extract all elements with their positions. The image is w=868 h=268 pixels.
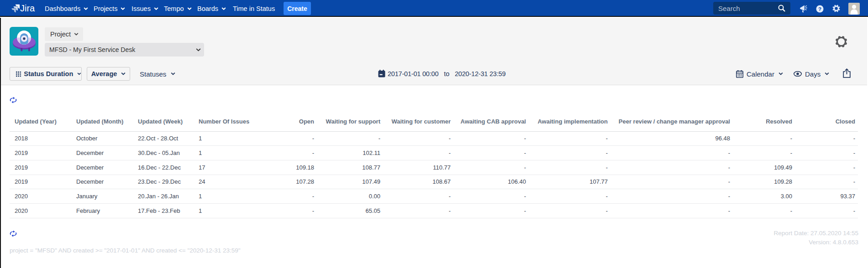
svg-text:?: ?	[818, 6, 821, 12]
